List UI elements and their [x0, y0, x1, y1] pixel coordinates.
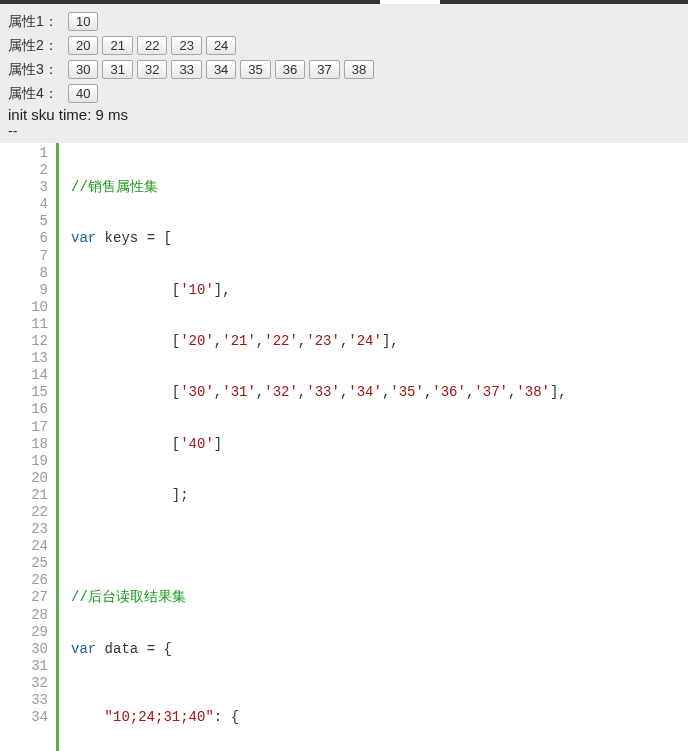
line-number: 29: [0, 624, 48, 641]
attr-option[interactable]: 24: [206, 36, 236, 55]
code-line: ['20','21','22','23','24'],: [71, 333, 567, 350]
line-number: 8: [0, 265, 48, 282]
line-number: 18: [0, 436, 48, 453]
line-number: 28: [0, 607, 48, 624]
line-number: 11: [0, 316, 48, 333]
line-number: 16: [0, 401, 48, 418]
code-comment: //后台读取结果集: [71, 589, 186, 605]
attr-option[interactable]: 35: [240, 60, 270, 79]
attr-option[interactable]: 36: [275, 60, 305, 79]
code-string: '31': [222, 384, 256, 400]
line-number: 9: [0, 282, 48, 299]
code-string: '37': [474, 384, 508, 400]
code-content[interactable]: //销售属性集 var keys = [ ['10'], ['20','21',…: [59, 143, 567, 751]
attr-option[interactable]: 20: [68, 36, 98, 55]
code-text: [: [71, 333, 180, 349]
line-number: 17: [0, 419, 48, 436]
code-string: '40': [180, 436, 214, 452]
attr-option[interactable]: 34: [206, 60, 236, 79]
attr-option[interactable]: 23: [171, 36, 201, 55]
attr-option[interactable]: 38: [344, 60, 374, 79]
line-number: 31: [0, 658, 48, 675]
code-string: '23': [306, 333, 340, 349]
code-comment: //销售属性集: [71, 179, 158, 195]
code-line: //销售属性集: [71, 179, 567, 196]
code-string: '34': [348, 384, 382, 400]
line-number-gutter: 1 2 3 4 5 6 7 8 9 10 11 12 13 14 15 16 1…: [0, 143, 56, 751]
line-number: 10: [0, 299, 48, 316]
code-text: [: [71, 282, 180, 298]
attr-option[interactable]: 40: [68, 84, 98, 103]
code-string: '22': [264, 333, 298, 349]
code-text: keys = [: [96, 230, 172, 246]
attr-option[interactable]: 22: [137, 36, 167, 55]
line-number: 14: [0, 367, 48, 384]
code-text: ],: [214, 282, 231, 298]
line-number: 21: [0, 487, 48, 504]
window-top-bar: [0, 0, 688, 4]
code-editor: 1 2 3 4 5 6 7 8 9 10 11 12 13 14 15 16 1…: [0, 143, 688, 751]
code-string: '38': [516, 384, 550, 400]
line-number: 26: [0, 572, 48, 589]
attr-values-1: 10: [68, 12, 98, 31]
attr-label: 属性3：: [8, 58, 68, 80]
attr-label: 属性2：: [8, 34, 68, 56]
code-text: ],: [382, 333, 399, 349]
line-number: 6: [0, 230, 48, 247]
code-string: '24': [348, 333, 382, 349]
code-text: [71, 709, 105, 725]
attr-row-1: 属性1： 10: [8, 10, 680, 32]
line-number: 1: [0, 145, 48, 162]
code-text: ],: [550, 384, 567, 400]
code-string: '33': [306, 384, 340, 400]
code-string: '21': [222, 333, 256, 349]
code-text: [: [71, 436, 180, 452]
attr-label: 属性1：: [8, 10, 68, 32]
attr-option[interactable]: 10: [68, 12, 98, 31]
code-text: : {: [214, 709, 239, 725]
line-number: 25: [0, 555, 48, 572]
line-number: 22: [0, 504, 48, 521]
code-line: "10;24;31;40": {: [71, 709, 567, 726]
attr-option[interactable]: 31: [102, 60, 132, 79]
attr-label: 属性4：: [8, 82, 68, 104]
code-text: [: [71, 384, 180, 400]
line-number: 34: [0, 709, 48, 726]
code-line: //后台读取结果集: [71, 589, 567, 606]
line-number: 13: [0, 350, 48, 367]
code-string: '36': [432, 384, 466, 400]
line-number: 2: [0, 162, 48, 179]
code-line: var keys = [: [71, 230, 567, 247]
attr-option[interactable]: 37: [309, 60, 339, 79]
line-number: 20: [0, 470, 48, 487]
line-number: 30: [0, 641, 48, 658]
attr-option[interactable]: 30: [68, 60, 98, 79]
line-number: 27: [0, 589, 48, 606]
attr-option[interactable]: 21: [102, 36, 132, 55]
attr-values-3: 30 31 32 33 34 35 36 37 38: [68, 60, 374, 79]
attribute-panel: 属性1： 10 属性2： 20 21 22 23 24 属性3： 30 31 3…: [0, 0, 688, 143]
code-line: ];: [71, 487, 567, 504]
attr-row-3: 属性3： 30 31 32 33 34 35 36 37 38: [8, 58, 680, 80]
code-string: '32': [264, 384, 298, 400]
code-keyword: var: [71, 230, 96, 246]
line-number: 19: [0, 453, 48, 470]
line-number: 23: [0, 521, 48, 538]
code-keyword: var: [71, 641, 96, 657]
code-line: ['40']: [71, 436, 567, 453]
code-line: ['30','31','32','33','34','35','36','37'…: [71, 384, 567, 401]
code-string: "10;24;31;40": [105, 709, 214, 725]
line-number: 3: [0, 179, 48, 196]
code-string: '35': [390, 384, 424, 400]
code-string: '20': [180, 333, 214, 349]
line-number: 5: [0, 213, 48, 230]
line-number: 7: [0, 248, 48, 265]
attr-option[interactable]: 33: [171, 60, 201, 79]
code-line: ['10'],: [71, 282, 567, 299]
code-line: var data = {: [71, 641, 567, 658]
code-text: ]: [214, 436, 222, 452]
attr-option[interactable]: 32: [137, 60, 167, 79]
separator-dashes: --: [8, 123, 680, 141]
status-text: init sku time: 9 ms: [8, 106, 680, 123]
attr-row-2: 属性2： 20 21 22 23 24: [8, 34, 680, 56]
